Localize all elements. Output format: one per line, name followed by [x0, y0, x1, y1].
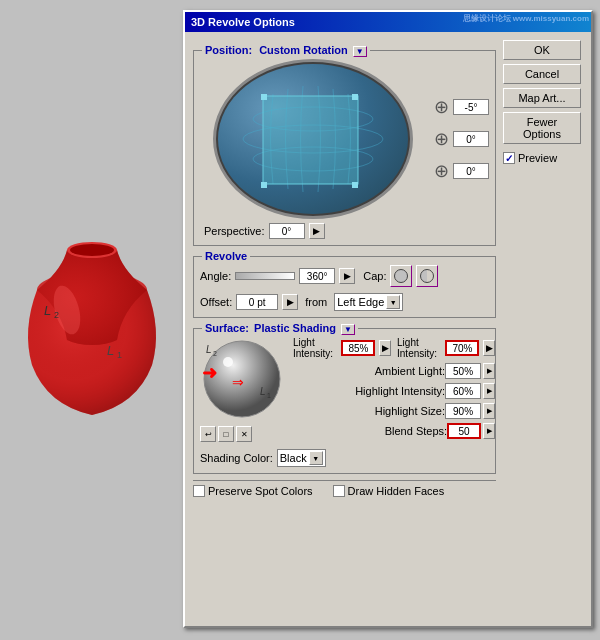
- shading-color-value: Black: [280, 452, 307, 464]
- rotation-x-icon: ⊕: [434, 96, 449, 118]
- rotation-x-row: ⊕: [434, 96, 489, 118]
- light-intensity2-input[interactable]: [445, 340, 479, 356]
- offset-input[interactable]: [236, 294, 278, 310]
- svg-text:2: 2: [213, 350, 217, 357]
- svg-text:2: 2: [54, 310, 59, 320]
- from-label: from: [305, 296, 327, 308]
- rotation-y-input[interactable]: [453, 131, 489, 147]
- rotation-y-row: ⊕: [434, 128, 489, 150]
- from-dropdown[interactable]: Left Edge ▼: [334, 293, 403, 311]
- sphere-btn-1[interactable]: ↩: [200, 426, 216, 442]
- cap-button-1[interactable]: [390, 265, 412, 287]
- rotation-x-input[interactable]: [453, 99, 489, 115]
- ambient-row: Ambient Light: ▶: [293, 363, 495, 379]
- from-dropdown-arrow[interactable]: ▼: [386, 295, 400, 309]
- ambient-input-group: ▶: [445, 363, 495, 379]
- light-intensity-input[interactable]: [341, 340, 375, 356]
- watermark: 思缘设计论坛 www.missyuan.com: [461, 12, 591, 25]
- rotation-z-icon: ⊕: [434, 160, 449, 182]
- position-section-label: Position: Custom Rotation ▼: [202, 44, 370, 56]
- ambient-input[interactable]: [445, 363, 481, 379]
- sphere-btn-3[interactable]: ✕: [236, 426, 252, 442]
- perspective-label: Perspective:: [204, 225, 265, 237]
- offset-row: Offset: ▶ from Left Edge ▼: [200, 293, 489, 311]
- highlight-intensity-btn[interactable]: ▶: [483, 383, 495, 399]
- angle-row: Angle: ▶ Cap:: [200, 265, 489, 287]
- preserve-spot-item: Preserve Spot Colors: [193, 485, 313, 497]
- right-buttons: OK Cancel Map Art... Fewer Options ✓ Pre…: [503, 40, 583, 164]
- cap-label: Cap:: [363, 270, 386, 282]
- svg-rect-12: [261, 94, 267, 100]
- shading-color-row: Shading Color: Black ▼: [200, 449, 489, 467]
- highlight-intensity-label: Highlight Intensity:: [293, 385, 445, 397]
- svg-text:1: 1: [267, 392, 271, 399]
- svg-text:1: 1: [117, 350, 122, 360]
- dialog-title: 3D Revolve Options 思缘设计论坛 www.missyuan.c…: [185, 12, 591, 32]
- svg-text:L: L: [260, 386, 266, 397]
- surface-dropdown-arrow[interactable]: ▼: [341, 324, 355, 335]
- offset-label: Offset:: [200, 296, 232, 308]
- preview-checkbox[interactable]: ✓: [503, 152, 515, 164]
- vase-svg: L 2 L 1: [12, 210, 172, 430]
- sphere-btn-2[interactable]: □: [218, 426, 234, 442]
- blend-steps-btn[interactable]: ▶: [483, 423, 495, 439]
- light-intensity2-btn[interactable]: ▶: [483, 340, 495, 356]
- ok-button[interactable]: OK: [503, 40, 581, 60]
- highlight-intensity-input[interactable]: [445, 383, 481, 399]
- highlight-intensity-input-group: ▶: [445, 383, 495, 399]
- surface-type-dropdown[interactable]: Plastic Shading ▼: [254, 322, 355, 334]
- surface-section-label: Surface: Plastic Shading ▼: [202, 322, 358, 334]
- revolve-section-label: Revolve: [202, 250, 250, 262]
- blend-steps-label: Blend Steps:: [293, 425, 447, 437]
- cancel-button[interactable]: Cancel: [503, 64, 581, 84]
- svg-text:L: L: [107, 343, 114, 358]
- svg-text:L: L: [44, 303, 51, 318]
- perspective-row: Perspective: ▶: [200, 223, 489, 239]
- position-dropdown[interactable]: Custom Rotation ▼: [259, 44, 367, 56]
- shading-dropdown-arrow[interactable]: ▼: [309, 451, 323, 465]
- shading-color-dropdown[interactable]: Black ▼: [277, 449, 326, 467]
- preserve-spot-label: Preserve Spot Colors: [208, 485, 313, 497]
- surface-section: Surface: Plastic Shading ▼: [193, 328, 496, 474]
- blend-steps-input[interactable]: [447, 423, 481, 439]
- angle-input[interactable]: [299, 268, 335, 284]
- angle-slider[interactable]: [235, 272, 295, 280]
- angle-arrow-btn[interactable]: ▶: [339, 268, 355, 284]
- map-art-button[interactable]: Map Art...: [503, 88, 581, 108]
- left-panel: L 2 L 1: [0, 0, 183, 640]
- blend-steps-row: Blend Steps: ▶: [293, 423, 495, 439]
- offset-arrow-btn[interactable]: ▶: [282, 294, 298, 310]
- svg-text:⇒: ⇒: [232, 374, 244, 390]
- highlight-intensity-row: Highlight Intensity: ▶: [293, 383, 495, 399]
- sphere-preview-container: ➜ ⇒ L 2 L 1 ↩ □ ✕: [200, 337, 285, 422]
- preserve-spot-checkbox[interactable]: [193, 485, 205, 497]
- highlight-size-row: Highlight Size: ▶: [293, 403, 495, 419]
- perspective-arrow-btn[interactable]: ▶: [309, 223, 325, 239]
- svg-point-2: [70, 244, 114, 256]
- angle-label: Angle:: [200, 270, 231, 282]
- revolve-section: Revolve Angle: ▶ Cap: Offset:: [193, 256, 496, 318]
- perspective-input[interactable]: [269, 223, 305, 239]
- vase-container: L 2 L 1: [12, 210, 172, 430]
- 3d-viewport: [213, 59, 413, 219]
- position-section: Position: Custom Rotation ▼: [193, 50, 496, 246]
- position-dropdown-arrow[interactable]: ▼: [353, 46, 367, 57]
- svg-text:➜: ➜: [202, 363, 217, 383]
- ambient-btn[interactable]: ▶: [483, 363, 495, 379]
- highlight-size-input[interactable]: [445, 403, 481, 419]
- viewport-inner: [218, 64, 408, 214]
- draw-hidden-checkbox[interactable]: [333, 485, 345, 497]
- checkbox-row: Preserve Spot Colors Draw Hidden Faces: [193, 480, 496, 497]
- preview-row: ✓ Preview: [503, 152, 583, 164]
- rotation-z-input[interactable]: [453, 163, 489, 179]
- svg-rect-14: [261, 182, 267, 188]
- highlight-size-btn[interactable]: ▶: [483, 403, 495, 419]
- light-intensity-btn[interactable]: ▶: [379, 340, 391, 356]
- fewer-options-button[interactable]: Fewer Options: [503, 112, 581, 144]
- ambient-label: Ambient Light:: [293, 365, 445, 377]
- svg-rect-13: [352, 94, 358, 100]
- shading-color-label: Shading Color:: [200, 452, 273, 464]
- light-intensity-label: Light Intensity:: [293, 337, 337, 359]
- light-intensity-row: Light Intensity: ▶ Light Intensity: ▶: [293, 337, 495, 359]
- cap-button-2[interactable]: [416, 265, 438, 287]
